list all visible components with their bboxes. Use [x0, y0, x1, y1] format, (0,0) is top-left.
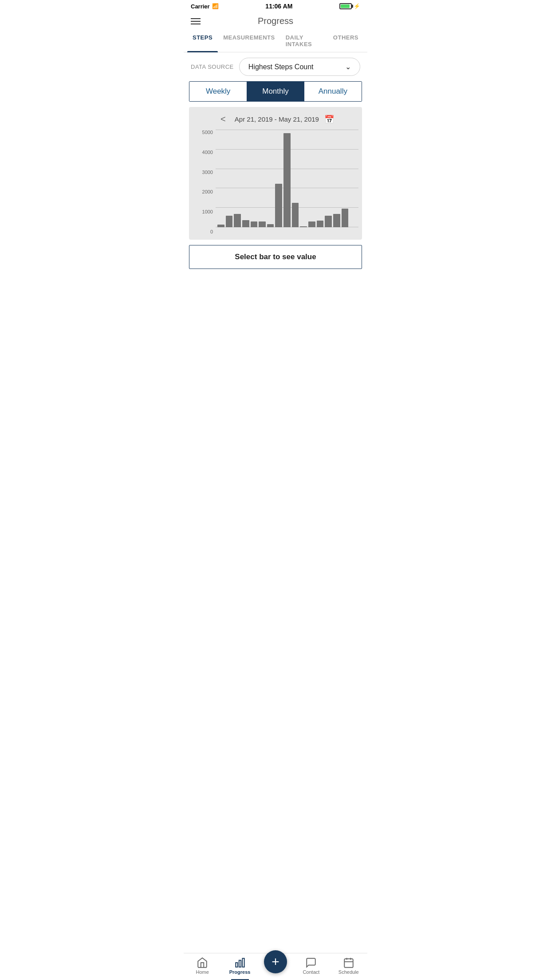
- wifi-icon: 📶: [212, 3, 219, 9]
- chart-container: < Apr 21, 2019 - May 21, 2019 📅 5000 400…: [189, 107, 362, 240]
- tabs: STEPS MEASUREMENTS DAILY INTAKES OTHERS: [187, 30, 364, 52]
- y-label-3000: 3000: [196, 170, 213, 175]
- bars-wrapper: [216, 130, 358, 227]
- bar[interactable]: [308, 221, 315, 227]
- carrier-label: Carrier: [191, 3, 210, 10]
- tab-others[interactable]: OTHERS: [328, 30, 364, 52]
- bar[interactable]: [325, 216, 332, 227]
- bar[interactable]: [259, 221, 266, 227]
- header: Progress: [184, 12, 367, 30]
- data-source-row: DATA SOURCE Highest Steps Count ⌄: [184, 52, 367, 81]
- bar[interactable]: [226, 216, 233, 227]
- tabs-container: STEPS MEASUREMENTS DAILY INTAKES OTHERS: [184, 30, 367, 52]
- calendar-icon[interactable]: 📅: [324, 115, 334, 124]
- y-label-5000: 5000: [196, 130, 213, 135]
- chart-prev-btn[interactable]: <: [217, 112, 229, 126]
- chevron-down-icon: ⌄: [345, 63, 351, 71]
- tab-measurements[interactable]: MEASUREMENTS: [218, 30, 280, 52]
- period-toggle: Weekly Monthly Annually: [189, 81, 362, 102]
- data-source-value: Highest Steps Count: [248, 63, 314, 71]
- period-btn-annually[interactable]: Annually: [304, 82, 362, 101]
- data-source-label: DATA SOURCE: [191, 63, 234, 70]
- status-left: Carrier 📶: [191, 3, 219, 10]
- period-btn-weekly[interactable]: Weekly: [189, 82, 247, 101]
- bar[interactable]: [292, 203, 299, 227]
- status-time: 11:06 AM: [265, 3, 292, 10]
- page-title: Progress: [258, 16, 293, 26]
- chart-area: 5000 4000 3000 2000 1000 0: [193, 130, 358, 236]
- select-hint: Select bar to see value: [189, 245, 362, 269]
- bar[interactable]: [333, 214, 340, 227]
- bar[interactable]: [300, 226, 307, 227]
- y-axis: 5000 4000 3000 2000 1000 0: [196, 130, 216, 236]
- tab-daily-intakes[interactable]: DAILY INTAKES: [280, 30, 328, 52]
- bar[interactable]: [275, 184, 282, 227]
- chart-plot: [216, 130, 358, 236]
- bar[interactable]: [217, 225, 224, 227]
- status-right: ⚡: [339, 3, 360, 9]
- period-btn-monthly[interactable]: Monthly: [247, 82, 304, 101]
- date-range: Apr 21, 2019 - May 21, 2019: [235, 115, 319, 123]
- data-source-select[interactable]: Highest Steps Count ⌄: [239, 58, 360, 76]
- status-bar: Carrier 📶 11:06 AM ⚡: [184, 0, 367, 12]
- y-label-2000: 2000: [196, 189, 213, 194]
- tab-steps[interactable]: STEPS: [187, 30, 218, 52]
- bar[interactable]: [283, 133, 291, 227]
- bar[interactable]: [234, 214, 241, 227]
- bar[interactable]: [251, 221, 258, 227]
- y-label-0: 0: [196, 229, 213, 234]
- battery-icon: [339, 3, 352, 9]
- charging-icon: ⚡: [354, 3, 360, 9]
- chart-header: < Apr 21, 2019 - May 21, 2019 📅: [193, 112, 358, 126]
- y-label-4000: 4000: [196, 150, 213, 155]
- select-hint-text: Select bar to see value: [235, 253, 316, 261]
- bar[interactable]: [342, 209, 349, 227]
- bar[interactable]: [242, 220, 249, 227]
- y-label-1000: 1000: [196, 209, 213, 214]
- bar[interactable]: [317, 221, 324, 227]
- hamburger-menu[interactable]: [191, 18, 201, 24]
- bar[interactable]: [267, 224, 274, 227]
